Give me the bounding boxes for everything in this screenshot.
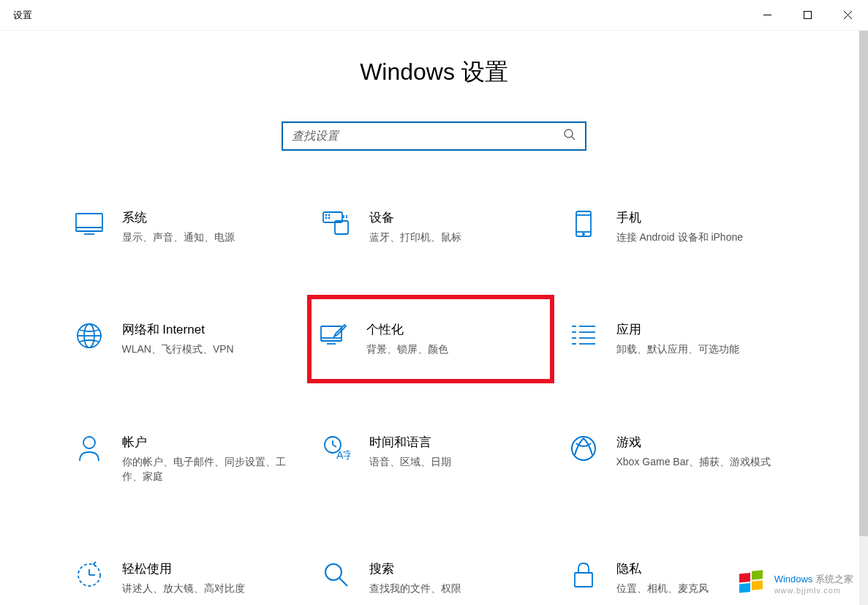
tile-devices[interactable]: 设备 蓝牙、打印机、鼠标 <box>311 202 558 252</box>
tile-desc: WLAN、飞行模式、VPN <box>122 342 293 356</box>
settings-grid: 系统 显示、声音、通知、电源 设备 蓝牙、打印机、鼠标 手机 连接 Androi… <box>0 202 868 605</box>
search-tile-icon <box>322 560 351 590</box>
tile-title: 网络和 Internet <box>122 321 293 338</box>
tile-desc: Xbox Game Bar、捕获、游戏模式 <box>616 454 787 469</box>
tile-desc: 语音、区域、日期 <box>369 454 540 469</box>
svg-point-10 <box>325 215 326 216</box>
titlebar: 设置 <box>0 0 868 31</box>
svg-rect-46 <box>575 573 592 587</box>
svg-point-44 <box>325 564 341 580</box>
minimize-button[interactable] <box>747 0 788 31</box>
window-controls <box>747 0 868 31</box>
tile-desc: 卸载、默认应用、可选功能 <box>616 342 787 356</box>
tile-title: 设备 <box>369 209 540 226</box>
privacy-icon <box>569 560 598 590</box>
watermark: Windows 系统之家 www.bjjmlv.com <box>736 568 853 599</box>
svg-point-35 <box>83 437 95 448</box>
svg-rect-6 <box>76 214 102 231</box>
svg-rect-50 <box>752 580 763 590</box>
svg-rect-1 <box>804 12 812 19</box>
gaming-icon <box>569 434 598 463</box>
tile-desc: 连接 Android 设备和 iPhone <box>616 230 787 244</box>
tile-title: 游戏 <box>616 434 787 451</box>
tile-title: 搜索 <box>369 560 540 577</box>
svg-line-38 <box>333 445 336 447</box>
tile-phone[interactable]: 手机 连接 Android 设备和 iPhone <box>558 202 805 252</box>
tile-network[interactable]: 网络和 Internet WLAN、飞行模式、VPN <box>64 314 311 364</box>
tile-title: 系统 <box>122 209 293 226</box>
tile-title: 应用 <box>616 321 787 338</box>
svg-text:A字: A字 <box>336 449 350 461</box>
svg-rect-47 <box>739 573 750 583</box>
svg-line-5 <box>572 137 575 140</box>
watermark-logo-icon <box>736 568 767 599</box>
system-icon <box>75 209 104 238</box>
scrollbar[interactable] <box>859 31 868 605</box>
tile-desc: 显示、声音、通知、电源 <box>122 230 293 244</box>
devices-icon <box>322 209 351 238</box>
search-container <box>0 121 868 151</box>
tile-accounts[interactable]: 帐户 你的帐户、电子邮件、同步设置、工作、家庭 <box>64 426 311 492</box>
tile-personalization[interactable]: 个性化 背景、锁屏、颜色 <box>307 295 554 383</box>
search-icon[interactable] <box>563 128 576 144</box>
apps-icon <box>569 321 598 350</box>
tile-time-language[interactable]: A字 时间和语言 语音、区域、日期 <box>311 426 558 492</box>
tile-title: 轻松使用 <box>122 560 293 577</box>
tile-title: 时间和语言 <box>369 434 540 451</box>
tile-desc: 背景、锁屏、颜色 <box>366 342 535 356</box>
svg-point-12 <box>325 218 326 219</box>
phone-icon <box>569 209 598 238</box>
search-input[interactable] <box>292 129 563 143</box>
svg-line-45 <box>339 578 347 586</box>
watermark-brand: Windows 系统之家 <box>774 573 853 586</box>
scrollbar-thumb[interactable] <box>859 31 868 536</box>
ease-of-access-icon <box>75 560 104 590</box>
tile-apps[interactable]: 应用 卸载、默认应用、可选功能 <box>558 314 805 364</box>
tile-desc: 查找我的文件、权限 <box>369 581 540 595</box>
watermark-url: www.bjjmlv.com <box>774 586 853 595</box>
tile-title: 帐户 <box>122 434 293 451</box>
accounts-icon <box>75 434 104 463</box>
personalization-icon <box>319 321 348 350</box>
tile-title: 个性化 <box>366 321 535 338</box>
tile-system[interactable]: 系统 显示、声音、通知、电源 <box>64 202 311 252</box>
time-language-icon: A字 <box>322 434 351 463</box>
network-icon <box>75 321 104 350</box>
tile-desc: 讲述人、放大镜、高对比度 <box>122 581 293 595</box>
svg-point-4 <box>565 129 573 138</box>
tile-gaming[interactable]: 游戏 Xbox Game Bar、捕获、游戏模式 <box>558 426 805 492</box>
svg-point-20 <box>583 233 584 235</box>
window-title: 设置 <box>13 9 32 22</box>
svg-point-40 <box>572 437 595 460</box>
maximize-button[interactable] <box>788 0 828 31</box>
tile-title: 手机 <box>616 209 787 226</box>
svg-rect-49 <box>739 583 750 593</box>
tile-search[interactable]: 搜索 查找我的文件、权限 <box>311 553 558 603</box>
close-button[interactable] <box>828 0 868 31</box>
svg-point-13 <box>328 218 329 219</box>
tile-desc: 你的帐户、电子邮件、同步设置、工作、家庭 <box>122 454 293 484</box>
svg-rect-48 <box>752 570 763 580</box>
search-box[interactable] <box>282 121 586 151</box>
tile-desc: 蓝牙、打印机、鼠标 <box>369 230 540 244</box>
content-area: Windows 设置 系统 显示、声音、通知、电源 设备 <box>0 31 868 605</box>
svg-point-11 <box>328 215 329 216</box>
tile-ease-of-access[interactable]: 轻松使用 讲述人、放大镜、高对比度 <box>64 553 311 603</box>
page-title: Windows 设置 <box>0 56 868 89</box>
